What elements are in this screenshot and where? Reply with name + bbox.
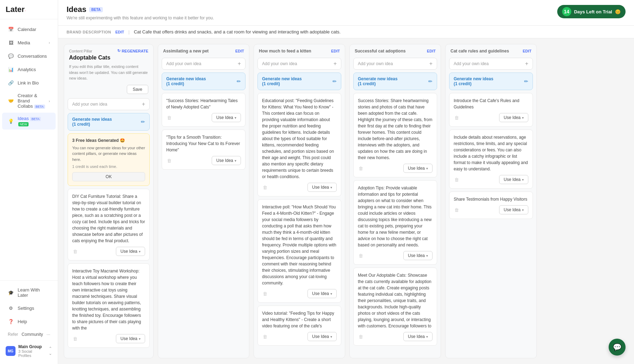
sidebar-item-learn[interactable]: 🎓 Learn With Later: [2, 284, 56, 301]
use-idea-button[interactable]: Use Idea ▾: [403, 251, 433, 260]
column-body-assimilating: Add your own idea + Generate new ideas(1…: [158, 58, 249, 358]
delete-idea-button[interactable]: 🗑: [72, 248, 78, 255]
generate-ideas-button[interactable]: Generate new ideas(1 credit) ✏: [257, 73, 341, 90]
sidebar-item-creator-brand[interactable]: 🤝 Creator & Brand Collabs BETA ›: [2, 90, 56, 112]
idea-text: Interactive Toy Macramé Workshop: Host a…: [72, 268, 145, 331]
delete-idea-button[interactable]: 🗑: [72, 335, 78, 342]
use-idea-button[interactable]: Use Idea ▾: [499, 205, 528, 214]
idea-card-actions: 🗑 Use Idea ▾: [72, 334, 145, 343]
idea-text: Educational post: "Feeding Guidelines fo…: [262, 98, 337, 180]
column-header-rules: Cat cafe rules and guidelines EDIT: [446, 44, 536, 58]
ideas-gen-credit: 1 credit is used each time.: [72, 164, 145, 169]
caret-icon: ▾: [235, 116, 236, 120]
generate-ideas-button[interactable]: Generate new ideas(1 credit) ✏: [449, 73, 533, 90]
use-idea-button[interactable]: Use Idea ▾: [307, 289, 337, 298]
use-idea-button[interactable]: Use Idea ▾: [307, 332, 337, 341]
add-idea-row[interactable]: Add your own idea +: [449, 58, 533, 70]
add-idea-row[interactable]: Add your own idea +: [257, 58, 341, 70]
idea-card-actions: 🗑 Use Idea ▾: [72, 247, 145, 256]
delete-idea-button[interactable]: 🗑: [358, 333, 364, 340]
delete-idea-button[interactable]: 🗑: [454, 176, 460, 183]
column-edit-button[interactable]: EDIT: [523, 49, 532, 53]
delete-idea-button[interactable]: 🗑: [262, 184, 268, 191]
content-pillar-column: Content Pillar ↻ REGENERATE Adoptable Ca…: [64, 44, 154, 358]
beta-badge: BETA: [34, 105, 45, 109]
add-idea-plus-icon: +: [429, 61, 433, 67]
use-idea-button[interactable]: Use Idea ▾: [499, 175, 528, 184]
column-edit-button[interactable]: EDIT: [427, 49, 436, 53]
add-idea-row[interactable]: Add your own idea +: [353, 58, 437, 70]
chat-bubble-button[interactable]: 💬: [609, 339, 626, 356]
delete-idea-button[interactable]: 🗑: [454, 207, 460, 213]
arrow-icon: ›: [49, 99, 50, 103]
use-idea-button[interactable]: Use Idea ▾: [212, 156, 241, 165]
use-idea-button[interactable]: Use Idea ▾: [307, 183, 337, 192]
idea-card: "Tips for a Smooth Transition: Introduci…: [162, 130, 245, 170]
use-idea-button[interactable]: Use Idea ▾: [403, 332, 433, 341]
use-idea-button[interactable]: Use Idea ▾: [499, 113, 528, 122]
column-edit-button[interactable]: EDIT: [331, 49, 340, 53]
brand-edit-button[interactable]: EDIT: [115, 30, 124, 34]
sidebar-item-help[interactable]: ❓ Help: [2, 315, 56, 328]
delete-idea-button[interactable]: 🗑: [262, 333, 268, 340]
delete-idea-button[interactable]: 🗑: [166, 114, 172, 121]
use-idea-button[interactable]: Use Idea ▾: [116, 247, 145, 256]
add-idea-row[interactable]: Add your own idea +: [68, 98, 150, 110]
idea-text: Adoption Tips: Provide valuable informat…: [358, 185, 433, 248]
sidebar-item-settings[interactable]: ⚙ Settings: [2, 302, 56, 314]
idea-card: Interactive poll: "How Much Should You F…: [257, 199, 341, 303]
delete-idea-button[interactable]: 🗑: [262, 290, 268, 297]
sidebar-item-conversations[interactable]: 💬 Conversations: [2, 50, 56, 62]
profile-chevron-icon: ⌃⌄: [49, 346, 52, 356]
sidebar-item-media[interactable]: 🖼 Media ›: [2, 36, 56, 49]
delete-idea-button[interactable]: 🗑: [358, 252, 364, 259]
sidebar-item-link-in-bio[interactable]: 🔗 Link in Bio: [2, 76, 56, 89]
link-icon: 🔗: [8, 80, 14, 86]
trial-days-number: 14: [562, 7, 571, 16]
creator-icon: 🤝: [8, 98, 14, 104]
idea-card: Meet Our Adoptable Cats: Showcase the ca…: [353, 268, 437, 346]
trial-emoji: 😊: [615, 9, 621, 14]
idea-text: Interactive poll: "How Much Should You F…: [262, 204, 337, 286]
column-title: Assimilating a new pet: [163, 49, 209, 54]
beta-tag: BETA: [89, 7, 102, 12]
generate-ideas-button[interactable]: Generate new ideas(1 credit) ✏: [162, 73, 245, 90]
profile-sub: 3 Social Profiles: [18, 349, 46, 358]
delete-idea-button[interactable]: 🗑: [358, 165, 364, 172]
column-body-adoptions: Add your own idea + Generate new ideas(1…: [350, 58, 441, 358]
add-idea-placeholder: Add your own idea: [358, 61, 393, 66]
idea-text: Share Testimonials from Happy Visitors: [454, 196, 528, 202]
generate-btn-label: Generate new ideas(1 credit): [358, 76, 398, 86]
profile-name: Main Group: [18, 344, 46, 349]
sidebar-profile[interactable]: MG Main Group 3 Social Profiles ⌃⌄: [0, 341, 58, 361]
sidebar-item-calendar[interactable]: 📅 Calendar: [2, 23, 56, 36]
pencil-icon: ✏: [428, 79, 433, 84]
sidebar-item-analytics[interactable]: 📊 Analytics: [2, 63, 56, 76]
generate-ideas-button[interactable]: Generate new ideas(1 credit) ✏: [68, 113, 150, 131]
regenerate-button[interactable]: ↻ REGENERATE: [117, 49, 148, 53]
add-idea-row[interactable]: Add your own idea +: [162, 58, 245, 70]
use-idea-button[interactable]: Use Idea ▾: [403, 164, 433, 173]
save-button[interactable]: Save: [127, 85, 148, 94]
column-adoptions: Successful cat adoptions EDIT Add your o…: [349, 44, 441, 358]
brand-description-text: Cat Cafe that offers drinks and snacks, …: [134, 29, 341, 34]
use-idea-button[interactable]: Use Idea ▾: [212, 113, 241, 122]
column-rules: Cat cafe rules and guidelines EDIT Add y…: [445, 44, 537, 358]
caret-icon: ▾: [235, 159, 236, 163]
delete-idea-button[interactable]: 🗑: [454, 114, 460, 121]
caret-icon: ▾: [139, 250, 141, 253]
pillar-meta: Content Pillar ↻ REGENERATE: [69, 49, 148, 53]
column-body-rules: Add your own idea + Generate new ideas(1…: [446, 58, 536, 358]
idea-card: Video tutorial: "Feeding Tips for Happy …: [257, 306, 341, 346]
delete-idea-button[interactable]: 🗑: [166, 157, 172, 164]
sidebar-item-ideas[interactable]: 💡 Ideas BETA NEW: [2, 113, 56, 130]
ok-button[interactable]: OK: [72, 172, 145, 181]
calendar-icon: 📅: [8, 26, 14, 32]
generate-btn-label: Generate new ideas(1 credit): [166, 76, 206, 86]
generate-btn-label: Generate new ideas(1 credit): [454, 76, 493, 86]
column-edit-button[interactable]: EDIT: [235, 49, 244, 53]
generate-ideas-button[interactable]: Generate new ideas(1 credit) ✏: [353, 73, 437, 90]
use-idea-button[interactable]: Use Idea ▾: [116, 334, 145, 343]
sidebar-item-refer-community[interactable]: Refer Community ···: [2, 328, 56, 340]
sidebar-item-label: Learn With Later: [18, 287, 50, 298]
